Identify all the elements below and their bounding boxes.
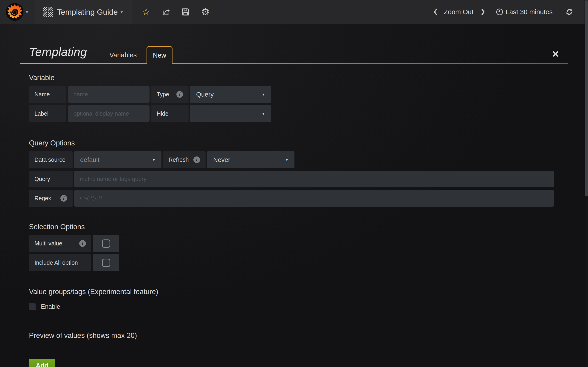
regex-input[interactable] xyxy=(74,190,554,207)
include-all-checkbox[interactable] xyxy=(93,254,119,271)
section-heading-selection-options: Selection Options xyxy=(29,223,554,231)
time-back-chevron-icon[interactable] xyxy=(433,8,438,16)
datasource-select[interactable]: default ▼ xyxy=(74,151,162,168)
dashboard-title: Templating Guide xyxy=(57,8,118,17)
caret-down-icon: ▼ xyxy=(285,158,288,162)
variable-name-row: Name Type i Query ▼ xyxy=(29,86,554,103)
regex-row: Regex i xyxy=(29,190,554,207)
dashboard-title-dropdown[interactable]: Templating Guide ▾ xyxy=(35,0,132,24)
type-info-icon[interactable]: i xyxy=(176,91,183,98)
templating-form: Variable Name Type i Query ▼ Label Hide xyxy=(29,74,554,367)
gear-icon[interactable]: ⚙ xyxy=(201,7,210,17)
type-select[interactable]: Query ▼ xyxy=(190,86,271,103)
close-icon[interactable] xyxy=(552,50,560,58)
query-row: Query xyxy=(29,171,554,187)
share-icon[interactable] xyxy=(161,7,170,17)
regex-info-icon[interactable]: i xyxy=(61,195,67,202)
star-icon[interactable]: ☆ xyxy=(141,7,151,17)
hide-select[interactable]: ▼ xyxy=(190,105,271,122)
caret-down-icon: ▼ xyxy=(262,92,265,96)
multi-value-checkbox[interactable] xyxy=(93,235,119,252)
regex-label: Regex i xyxy=(29,190,73,207)
refresh-label: Refresh i xyxy=(163,151,206,168)
section-preview: Preview of values (shows max 20) xyxy=(29,332,554,340)
section-value-groups: Value groups/tags (Experimental feature)… xyxy=(29,288,554,311)
page-scrollbar[interactable] xyxy=(585,0,588,367)
section-variable: Variable Name Type i Query ▼ Label Hide xyxy=(29,74,554,122)
include-all-label: Include All option xyxy=(29,254,91,271)
caret-down-icon: ▼ xyxy=(262,112,265,116)
name-input[interactable] xyxy=(68,86,149,103)
dashboard-actions: ☆ ⚙ xyxy=(132,0,210,24)
templating-header: Templating Variables New xyxy=(20,24,568,64)
refresh-select[interactable]: Never ▼ xyxy=(207,151,294,168)
grafana-logo-icon xyxy=(6,3,24,21)
refresh-icon[interactable] xyxy=(565,8,573,16)
scrollbar-thumb[interactable] xyxy=(585,0,588,196)
query-input[interactable] xyxy=(74,171,554,187)
tab-underline-right xyxy=(173,63,568,64)
tab-variables[interactable]: Variables xyxy=(105,51,141,59)
include-all-row: Include All option xyxy=(29,254,554,271)
grafana-logo-menu[interactable]: ▾ xyxy=(0,0,35,24)
checkbox-box xyxy=(102,259,110,267)
query-label: Query xyxy=(29,171,73,187)
enable-label: Enable xyxy=(41,303,60,310)
clock-icon[interactable] xyxy=(496,8,503,16)
hide-label: Hide xyxy=(151,105,189,122)
section-heading-query-options: Query Options xyxy=(29,139,554,147)
refresh-info-icon[interactable]: i xyxy=(193,156,200,163)
time-range-picker[interactable]: Last 30 minutes xyxy=(506,8,553,16)
top-navbar: ▾ Templating Guide ▾ ☆ ⚙ Zoom Out xyxy=(0,0,588,24)
title-caret-icon: ▾ xyxy=(121,9,123,15)
checkbox-box xyxy=(102,240,110,248)
time-forward-chevron-icon[interactable] xyxy=(481,8,485,16)
label-input[interactable] xyxy=(68,105,149,122)
section-heading-variable: Variable xyxy=(29,74,554,82)
enable-checkbox[interactable] xyxy=(29,303,36,310)
save-icon[interactable] xyxy=(181,7,190,17)
section-heading-preview: Preview of values (shows max 20) xyxy=(29,332,554,340)
dashboard-grid-icon xyxy=(43,7,53,17)
time-controls: Zoom Out Last 30 minutes xyxy=(433,0,573,24)
logo-caret-icon: ▾ xyxy=(26,9,28,15)
label-label: Label xyxy=(29,105,66,122)
caret-down-icon: ▼ xyxy=(152,158,156,162)
datasource-row: Data source default ▼ Refresh i Never ▼ xyxy=(29,151,554,168)
section-heading-value-groups: Value groups/tags (Experimental feature) xyxy=(29,288,554,296)
add-button[interactable]: Add xyxy=(29,359,55,367)
multi-value-info-icon[interactable]: i xyxy=(79,240,86,247)
zoom-out-button[interactable]: Zoom Out xyxy=(444,8,473,16)
section-selection-options: Selection Options Multi-value i Include … xyxy=(29,223,554,271)
page-title: Templating xyxy=(29,45,87,59)
name-label: Name xyxy=(29,86,66,103)
type-label: Type i xyxy=(151,86,189,103)
multi-value-row: Multi-value i xyxy=(29,235,554,252)
datasource-label: Data source xyxy=(29,151,73,168)
tab-new[interactable]: New xyxy=(147,46,173,64)
multi-value-label: Multi-value i xyxy=(29,235,91,252)
enable-row: Enable xyxy=(29,303,554,311)
variable-label-row: Label Hide ▼ xyxy=(29,105,554,122)
tab-underline-left xyxy=(20,63,147,64)
section-query-options: Query Options Data source default ▼ Refr… xyxy=(29,139,554,207)
